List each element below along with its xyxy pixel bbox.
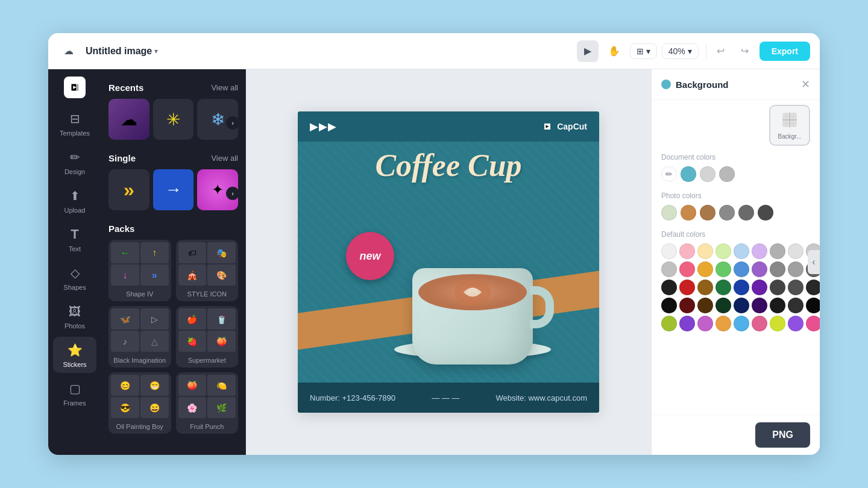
- def-color[interactable]: [661, 261, 677, 277]
- sidebar-item-upload[interactable]: ⬆ Upload: [53, 183, 96, 219]
- sidebar-item-shapes[interactable]: ◇ Shapes: [53, 260, 96, 296]
- def-color[interactable]: [752, 261, 767, 277]
- pack-item-style-icon[interactable]: 🏷 🎭 🎪 🎨 STYLE ICON: [176, 240, 239, 301]
- sidebar-item-text[interactable]: T Text: [53, 221, 96, 257]
- def-color[interactable]: [661, 280, 677, 295]
- def-color[interactable]: [679, 261, 695, 277]
- pack-item-shape-iv[interactable]: ← ↑ ↓ » Shape IV: [108, 240, 171, 301]
- single-view-all[interactable]: View all: [211, 154, 238, 163]
- def-color[interactable]: [788, 243, 804, 259]
- hand-icon: ✋: [608, 45, 620, 57]
- def-color[interactable]: [770, 243, 785, 259]
- canvas[interactable]: ▶▶▶ CapCut Coffee Cup new: [298, 111, 599, 413]
- def-color[interactable]: [679, 243, 695, 259]
- doc-color-1[interactable]: [700, 166, 715, 182]
- recents-view-all[interactable]: View all: [211, 83, 238, 92]
- def-color[interactable]: [697, 316, 713, 331]
- def-color[interactable]: [770, 261, 785, 277]
- pack-item-supermarket[interactable]: 🍎 🥤 🍓 🍑 Supermarket: [176, 306, 239, 368]
- sidebar-item-templates[interactable]: ⊟ Templates: [53, 105, 96, 142]
- topbar-right: ↩ ↪ Export: [706, 42, 810, 61]
- photo-color-2[interactable]: [700, 205, 715, 221]
- def-color[interactable]: [715, 280, 731, 295]
- def-color[interactable]: [734, 316, 749, 331]
- photo-color-4[interactable]: [738, 205, 754, 221]
- png-export-button[interactable]: PNG: [755, 422, 810, 448]
- def-color[interactable]: [788, 261, 804, 277]
- pack-thumb-cell: ↓: [111, 264, 139, 286]
- pack-item-oil-painting-boy[interactable]: 😊 😁 😎 😄 Oil Painting Boy: [108, 372, 171, 434]
- background-icon-box[interactable]: Backgr...: [769, 105, 810, 146]
- export-button[interactable]: Export: [760, 42, 810, 61]
- photo-color-5[interactable]: [758, 205, 773, 221]
- def-color[interactable]: [679, 280, 695, 295]
- right-panel-body: Document colors ✏ Photo colors: [652, 146, 820, 414]
- redo-button[interactable]: ↪: [735, 42, 755, 61]
- pack-item-black-imagination[interactable]: 🦋 ▷ ♪ △ Black Imagination: [108, 306, 171, 368]
- color-picker-button[interactable]: ✏: [661, 166, 677, 182]
- def-color[interactable]: [770, 280, 785, 295]
- right-panel-collapse-button[interactable]: ‹: [808, 250, 820, 274]
- topbar-center: ▶ ✋ ⊞ ▾ 40% ▾: [577, 40, 699, 62]
- def-color[interactable]: [679, 316, 695, 331]
- layout-zoom-group[interactable]: ⊞ ▾: [630, 43, 657, 59]
- def-color[interactable]: [770, 298, 785, 313]
- single-next-arrow[interactable]: ›: [226, 187, 238, 200]
- undo-button[interactable]: ↩: [711, 42, 731, 61]
- sidebar-item-stickers[interactable]: ⭐ Stickers: [53, 337, 96, 373]
- doc-color-2[interactable]: [719, 166, 735, 182]
- right-panel-close-button[interactable]: ✕: [801, 78, 810, 91]
- pack-item-fruit-punch[interactable]: 🍑 🍋 🌸 🌿 Fruit Punch: [176, 372, 239, 434]
- def-color[interactable]: [734, 243, 749, 259]
- photo-color-1[interactable]: [681, 205, 696, 221]
- photo-color-3[interactable]: [719, 205, 735, 221]
- def-color[interactable]: [697, 280, 713, 295]
- pack-thumb-cell: 🎪: [178, 264, 207, 286]
- hand-tool-button[interactable]: ✋: [603, 40, 625, 62]
- zoom-control[interactable]: 40% ▾: [662, 43, 699, 59]
- canvas-website: Website: www.capcut.com: [496, 393, 587, 402]
- def-color[interactable]: [806, 280, 820, 295]
- def-color[interactable]: [679, 298, 695, 313]
- def-color[interactable]: [697, 261, 713, 277]
- def-color[interactable]: [715, 298, 731, 313]
- def-color[interactable]: [715, 261, 731, 277]
- def-color[interactable]: [752, 280, 767, 295]
- sidebar-item-design[interactable]: ✏ Design: [53, 144, 96, 180]
- pointer-tool-button[interactable]: ▶: [577, 40, 599, 62]
- def-color[interactable]: [788, 316, 804, 331]
- recents-header: Recents View all: [108, 83, 238, 93]
- def-color[interactable]: [770, 316, 785, 331]
- shapes-icon: ◇: [66, 264, 83, 281]
- doc-color-0[interactable]: [681, 166, 696, 182]
- recents-next-arrow[interactable]: ›: [226, 116, 238, 130]
- left-content-panel: Recents View all ☁ ✳ ❄ ›: [101, 69, 246, 455]
- def-color[interactable]: [661, 316, 677, 331]
- def-color[interactable]: [697, 298, 713, 313]
- def-color[interactable]: [715, 316, 731, 331]
- def-color[interactable]: [752, 243, 767, 259]
- sticker-single-1[interactable]: →: [153, 169, 194, 210]
- title-group[interactable]: Untitled image ▾: [86, 46, 158, 57]
- sidebar-item-photos[interactable]: 🖼 Photos: [53, 298, 96, 334]
- def-color[interactable]: [788, 280, 804, 295]
- sidebar-item-frames[interactable]: ▢ Frames: [53, 375, 96, 411]
- def-color[interactable]: [806, 298, 820, 313]
- def-color[interactable]: [752, 316, 767, 331]
- sticker-single-0[interactable]: »: [108, 169, 149, 210]
- def-color[interactable]: [715, 243, 731, 259]
- pack-name-fruit-punch: Fruit Punch: [176, 421, 239, 434]
- sticker-recent-0[interactable]: ☁: [108, 99, 149, 140]
- photo-color-0[interactable]: [661, 205, 677, 221]
- def-color[interactable]: [697, 243, 713, 259]
- def-color[interactable]: [734, 298, 749, 313]
- def-color[interactable]: [752, 298, 767, 313]
- sticker-recent-1[interactable]: ✳: [153, 99, 194, 140]
- def-color[interactable]: [661, 298, 677, 313]
- cloud-save-button[interactable]: ☁: [58, 40, 80, 62]
- def-color[interactable]: [661, 243, 677, 259]
- def-color[interactable]: [788, 298, 804, 313]
- def-color[interactable]: [734, 261, 749, 277]
- def-color[interactable]: [734, 280, 749, 295]
- def-color[interactable]: [806, 316, 820, 331]
